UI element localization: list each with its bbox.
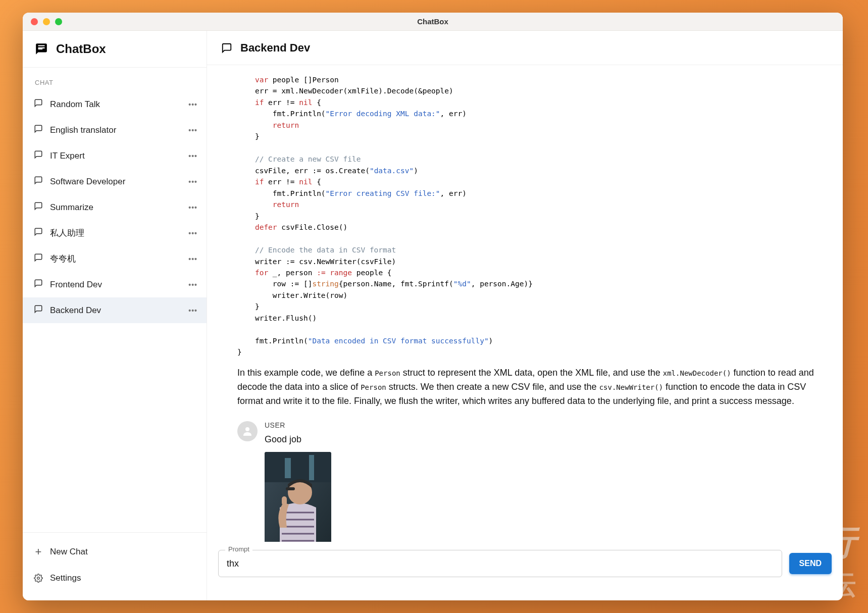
sidebar-item-label: Frontend Dev bbox=[50, 280, 102, 290]
settings-button[interactable]: Settings bbox=[23, 565, 207, 591]
svg-point-1 bbox=[245, 427, 249, 431]
chat-bubble-icon bbox=[34, 98, 43, 110]
message-sender: USER bbox=[265, 421, 331, 429]
new-chat-button[interactable]: + New Chat bbox=[23, 539, 207, 565]
chat-bubble-icon bbox=[34, 201, 43, 213]
prompt-input[interactable] bbox=[218, 550, 782, 577]
conversation-scroll[interactable]: var people []Person err = xml.NewDecoder… bbox=[207, 65, 843, 542]
attached-image[interactable] bbox=[265, 452, 331, 542]
brand-icon bbox=[35, 42, 48, 56]
sidebar-item[interactable]: Software Developer••• bbox=[23, 169, 207, 194]
plus-icon: + bbox=[34, 547, 43, 556]
sidebar-item[interactable]: Frontend Dev••• bbox=[23, 272, 207, 297]
more-icon[interactable]: ••• bbox=[188, 229, 197, 237]
svg-rect-3 bbox=[265, 452, 331, 482]
more-icon[interactable]: ••• bbox=[188, 255, 197, 263]
sidebar-item-label: Backend Dev bbox=[50, 305, 101, 316]
more-icon[interactable]: ••• bbox=[188, 152, 197, 160]
sidebar-item[interactable]: Summarize••• bbox=[23, 194, 207, 220]
person-icon bbox=[241, 425, 253, 437]
sidebar-item[interactable]: 夸夸机••• bbox=[23, 246, 207, 272]
svg-point-0 bbox=[37, 577, 40, 580]
sidebar-footer: + New Chat Settings bbox=[23, 532, 207, 600]
svg-rect-12 bbox=[286, 487, 295, 490]
svg-rect-4 bbox=[285, 458, 291, 478]
window-title: ChatBox bbox=[23, 17, 843, 26]
brand: ChatBox bbox=[23, 31, 207, 68]
composer: Prompt SEND bbox=[207, 542, 843, 600]
assistant-explanation: In this example code, we define a Person… bbox=[237, 366, 823, 408]
chat-bubble-icon bbox=[34, 227, 43, 239]
code-block: var people []Person err = xml.NewDecoder… bbox=[237, 74, 823, 358]
svg-rect-13 bbox=[282, 496, 287, 505]
chat-bubble-icon bbox=[34, 253, 43, 265]
message-text: Good job bbox=[265, 434, 331, 445]
chat-bubble-icon bbox=[34, 150, 43, 162]
sidebar-item[interactable]: IT Expert••• bbox=[23, 143, 207, 169]
app-window: ChatBox ChatBox CHAT Random Talk•••Engli… bbox=[23, 13, 843, 600]
sidebar-item-label: IT Expert bbox=[50, 151, 85, 161]
sidebar-item-label: Summarize bbox=[50, 202, 93, 213]
more-icon[interactable]: ••• bbox=[188, 126, 197, 134]
sidebar: ChatBox CHAT Random Talk•••English trans… bbox=[23, 31, 207, 600]
gear-icon bbox=[34, 574, 43, 583]
more-icon[interactable]: ••• bbox=[188, 100, 197, 109]
chat-list: Random Talk•••English translator•••IT Ex… bbox=[23, 91, 207, 532]
new-chat-label: New Chat bbox=[50, 547, 88, 557]
chat-bubble-icon bbox=[34, 304, 43, 316]
avatar bbox=[237, 421, 258, 441]
conversation-title: Backend Dev bbox=[240, 41, 310, 55]
sidebar-item[interactable]: Backend Dev••• bbox=[23, 297, 207, 323]
more-icon[interactable]: ••• bbox=[188, 178, 197, 186]
more-icon[interactable]: ••• bbox=[188, 203, 197, 212]
main-header: Backend Dev bbox=[207, 31, 843, 65]
sidebar-item[interactable]: English translator••• bbox=[23, 117, 207, 143]
chat-bubble-icon bbox=[34, 176, 43, 187]
brand-name: ChatBox bbox=[56, 42, 106, 56]
more-icon[interactable]: ••• bbox=[188, 281, 197, 289]
main-panel: Backend Dev var people []Person err = xm… bbox=[207, 31, 843, 600]
chat-bubble-icon bbox=[34, 279, 43, 290]
sidebar-item-label: Software Developer bbox=[50, 177, 125, 187]
sidebar-item[interactable]: Random Talk••• bbox=[23, 91, 207, 117]
chat-bubble-icon bbox=[221, 42, 232, 54]
sidebar-item-label: 私人助理 bbox=[50, 227, 84, 239]
section-label-chat: CHAT bbox=[23, 68, 207, 91]
more-icon[interactable]: ••• bbox=[188, 306, 197, 315]
settings-label: Settings bbox=[50, 573, 81, 583]
user-message: USER Good job bbox=[237, 421, 823, 542]
svg-rect-5 bbox=[309, 455, 314, 480]
sidebar-item-label: Random Talk bbox=[50, 99, 100, 110]
sidebar-item-label: English translator bbox=[50, 125, 116, 135]
send-button[interactable]: SEND bbox=[789, 553, 832, 574]
sidebar-item[interactable]: 私人助理••• bbox=[23, 220, 207, 246]
sidebar-item-label: 夸夸机 bbox=[50, 253, 76, 265]
chat-bubble-icon bbox=[34, 124, 43, 136]
titlebar[interactable]: ChatBox bbox=[23, 13, 843, 31]
prompt-label: Prompt bbox=[225, 545, 252, 553]
